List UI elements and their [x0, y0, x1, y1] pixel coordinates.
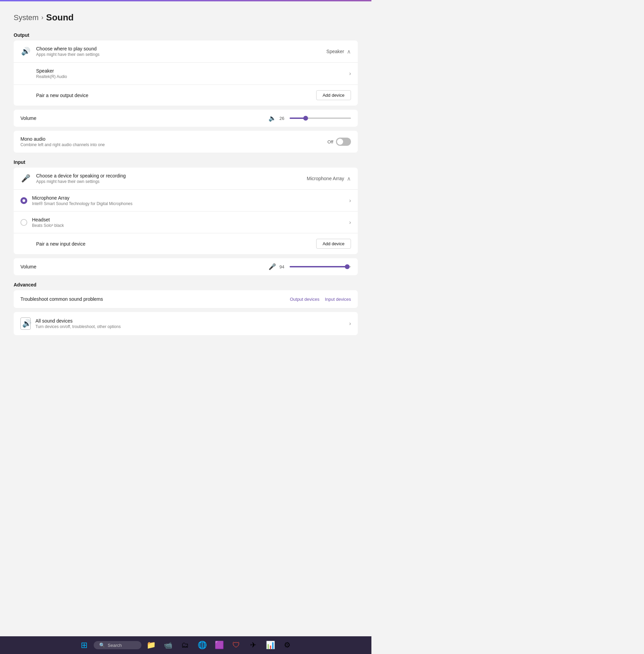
- mic-volume-icon: 🎤: [269, 263, 276, 270]
- choose-input-left: 🎤 Choose a device for speaking or record…: [20, 173, 307, 184]
- choose-output-right: Speaker ∧: [326, 48, 351, 55]
- all-devices-subtitle: Turn devices on/off, troubleshoot, other…: [35, 324, 344, 329]
- output-volume-label: Volume: [20, 115, 36, 121]
- main-content: System › Sound Output 🔊 Choose where to …: [0, 1, 371, 370]
- mono-audio-row: Mono audio Combine left and right audio …: [14, 131, 358, 153]
- output-volume-value: 26: [279, 116, 286, 121]
- breadcrumb-current: Sound: [46, 12, 74, 23]
- mono-audio-card: Mono audio Combine left and right audio …: [14, 131, 358, 153]
- breadcrumb-system[interactable]: System: [14, 13, 39, 22]
- choose-input-subtitle: Apps might have their own settings: [36, 179, 126, 184]
- choose-output-text: Choose where to play sound Apps might ha…: [36, 46, 99, 57]
- pair-input-label: Pair a new input device: [36, 241, 86, 247]
- pair-output-left: Pair a new output device: [20, 93, 316, 98]
- pair-input-row: Pair a new input device Add device: [14, 233, 358, 254]
- choose-output-subtitle: Apps might have their own settings: [36, 52, 99, 57]
- all-sound-devices-card[interactable]: 🔊 All sound devices Turn devices on/off,…: [14, 312, 358, 335]
- all-devices-icon: 🔊: [20, 317, 31, 330]
- headset-title: Headset: [32, 217, 64, 222]
- volume-speaker-icon: 🔈: [269, 114, 276, 122]
- output-volume-row: Volume 🔈 26: [14, 110, 358, 127]
- input-volume-label: Volume: [20, 264, 36, 269]
- output-card: 🔊 Choose where to play sound Apps might …: [14, 41, 358, 106]
- microphone-array-row[interactable]: Microphone Array Intel® Smart Sound Tech…: [14, 190, 358, 212]
- output-devices-link[interactable]: Output devices: [290, 297, 320, 302]
- chevron-up-input-icon: ∧: [347, 175, 351, 182]
- headset-row[interactable]: Headset Beats Solo³ black ›: [14, 212, 358, 233]
- output-volume-slider[interactable]: [290, 118, 351, 119]
- all-devices-text: All sound devices Turn devices on/off, t…: [35, 318, 344, 329]
- output-slider-thumb[interactable]: [303, 116, 308, 121]
- speaker-row[interactable]: Speaker Realtek(R) Audio ›: [14, 63, 358, 85]
- choose-output-row[interactable]: 🔊 Choose where to play sound Apps might …: [14, 41, 358, 63]
- headset-text: Headset Beats Solo³ black: [32, 217, 64, 228]
- toggle-knob: [337, 139, 343, 145]
- speaker-icon: 🔊: [20, 47, 31, 56]
- microphone-array-subtitle: Intel® Smart Sound Technology for Digita…: [32, 201, 133, 206]
- headset-subtitle: Beats Solo³ black: [32, 223, 64, 228]
- microphone-array-left: Microphone Array Intel® Smart Sound Tech…: [20, 195, 349, 206]
- input-volume-card: Volume 🎤 94: [14, 258, 358, 275]
- mono-audio-text: Mono audio Combine left and right audio …: [20, 136, 105, 147]
- choose-input-title: Choose a device for speaking or recordin…: [36, 173, 126, 178]
- input-card: 🎤 Choose a device for speaking or record…: [14, 168, 358, 254]
- headset-radio[interactable]: [20, 219, 27, 226]
- input-section-label: Input: [14, 159, 358, 165]
- speaker-right: ›: [349, 71, 351, 77]
- pair-input-left: Pair a new input device: [20, 241, 316, 247]
- mono-audio-subtitle: Combine left and right audio channels in…: [20, 142, 105, 147]
- chevron-right-headset: ›: [349, 219, 351, 225]
- pair-output-row: Pair a new output device Add device: [14, 85, 358, 106]
- choose-input-text: Choose a device for speaking or recordin…: [36, 173, 126, 184]
- mono-audio-left: Mono audio Combine left and right audio …: [20, 136, 327, 147]
- choose-output-title: Choose where to play sound: [36, 46, 99, 51]
- choose-input-right: Microphone Array ∧: [307, 175, 351, 182]
- mono-audio-toggle[interactable]: [336, 138, 351, 146]
- breadcrumb: System › Sound: [14, 12, 358, 23]
- output-volume-card: Volume 🔈 26: [14, 110, 358, 127]
- choose-output-left: 🔊 Choose where to play sound Apps might …: [20, 46, 326, 57]
- microphone-array-title: Microphone Array: [32, 195, 133, 201]
- choose-input-row[interactable]: 🎤 Choose a device for speaking or record…: [14, 168, 358, 190]
- advanced-troubleshoot-card: Troubleshoot common sound problems Outpu…: [14, 290, 358, 308]
- output-volume-controls: 🔈 26: [269, 114, 351, 122]
- troubleshoot-label: Troubleshoot common sound problems: [20, 296, 103, 302]
- current-output-device: Speaker: [326, 49, 344, 54]
- headset-left: Headset Beats Solo³ black: [20, 217, 349, 228]
- speaker-subtitle: Realtek(R) Audio: [36, 74, 67, 79]
- output-section-label: Output: [14, 32, 358, 38]
- chevron-right-all-devices: ›: [349, 321, 351, 327]
- mono-audio-toggle-container: Off: [327, 138, 351, 146]
- input-slider-track-fill: [290, 266, 347, 267]
- input-volume-value: 94: [279, 264, 286, 269]
- microphone-array-radio[interactable]: [20, 197, 27, 204]
- troubleshoot-row: Troubleshoot common sound problems Outpu…: [14, 290, 358, 308]
- add-output-device-button[interactable]: Add device: [316, 90, 351, 100]
- mono-audio-state: Off: [327, 139, 333, 144]
- microphone-array-text: Microphone Array Intel® Smart Sound Tech…: [32, 195, 133, 206]
- current-input-device: Microphone Array: [307, 176, 344, 181]
- chevron-right-mic: ›: [349, 198, 351, 204]
- input-volume-controls: 🎤 94: [269, 263, 351, 270]
- input-volume-row: Volume 🎤 94: [14, 258, 358, 275]
- input-slider-thumb[interactable]: [345, 264, 350, 269]
- chevron-up-icon: ∧: [347, 48, 351, 55]
- all-devices-row: 🔊 All sound devices Turn devices on/off,…: [14, 312, 358, 335]
- advanced-section-label: Advanced: [14, 282, 358, 287]
- speaker-left: Speaker Realtek(R) Audio: [20, 68, 349, 79]
- pair-output-label: Pair a new output device: [36, 93, 88, 98]
- speaker-text: Speaker Realtek(R) Audio: [36, 68, 67, 79]
- input-devices-link[interactable]: Input devices: [325, 297, 351, 302]
- chevron-right-speaker: ›: [349, 71, 351, 77]
- breadcrumb-separator: ›: [41, 14, 43, 21]
- input-volume-slider[interactable]: [290, 266, 351, 267]
- speaker-title: Speaker: [36, 68, 67, 74]
- microphone-icon: 🎤: [20, 174, 31, 183]
- add-input-device-button[interactable]: Add device: [316, 239, 351, 249]
- mono-audio-title: Mono audio: [20, 136, 105, 142]
- all-devices-title: All sound devices: [35, 318, 344, 324]
- troubleshoot-links: Output devices Input devices: [290, 297, 351, 302]
